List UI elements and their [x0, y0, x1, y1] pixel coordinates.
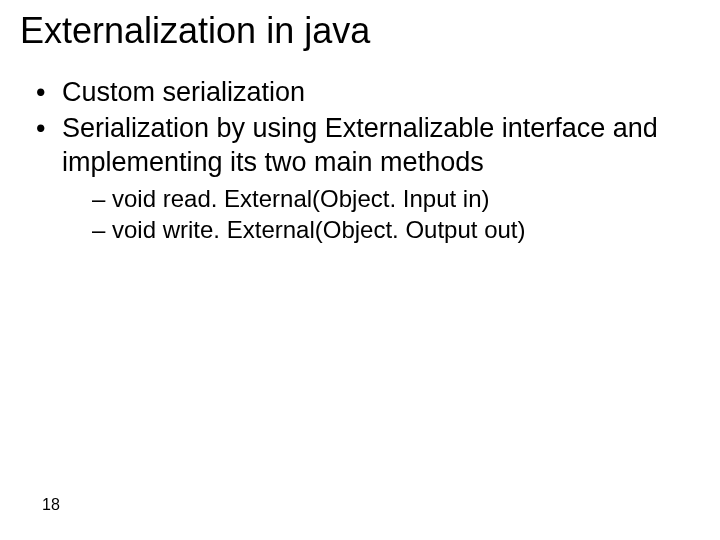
- sub-list-item: void write. External(Object. Output out): [92, 214, 700, 245]
- list-item: Serialization by using Externalizable in…: [36, 112, 700, 246]
- slide-title: Externalization in java: [20, 10, 700, 52]
- list-item-text: Serialization by using Externalizable in…: [62, 113, 658, 177]
- list-item: Custom serialization: [36, 76, 700, 110]
- sub-bullet-list: void read. External(Object. Input in) vo…: [62, 183, 700, 245]
- bullet-list: Custom serialization Serialization by us…: [20, 76, 700, 246]
- sub-list-item: void read. External(Object. Input in): [92, 183, 700, 214]
- page-number: 18: [42, 496, 60, 514]
